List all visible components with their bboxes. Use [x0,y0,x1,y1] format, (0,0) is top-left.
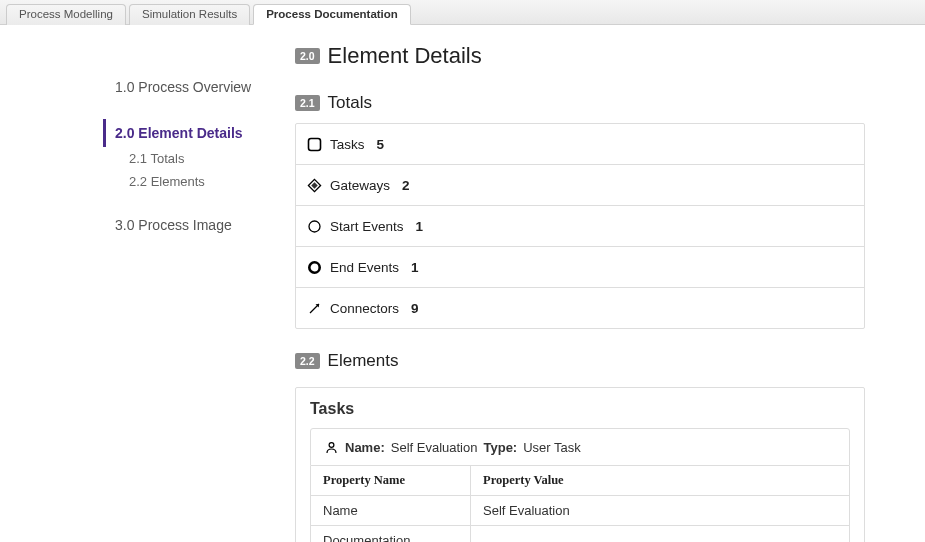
total-value: 5 [377,137,385,152]
total-value: 1 [416,219,424,234]
svg-rect-0 [308,138,320,150]
svg-point-7 [329,442,334,447]
total-row-end-events: End Events 1 [296,247,864,288]
task-header: Name: Self Evaluation Type: User Task [310,428,850,466]
task-name-value: Self Evaluation [391,440,478,455]
total-label: Start Events [330,219,404,234]
page-title: Element Details [328,43,482,69]
tab-bar: Process Modelling Simulation Results Pro… [0,0,925,25]
svg-point-4 [309,262,319,272]
task-properties-table: Property Name Property Value Name Self E… [310,466,850,542]
total-label: End Events [330,260,399,275]
toc-item-process-overview[interactable]: 1.0 Process Overview [105,73,295,101]
svg-rect-2 [311,182,318,189]
user-task-icon [323,439,339,455]
totals-box: Tasks 5 Gateways 2 Start Events 1 [295,123,865,329]
tasks-heading: Tasks [310,400,850,418]
section-totals-head: 2.1 Totals [295,93,865,113]
total-label: Tasks [330,137,365,152]
start-event-icon [306,218,322,234]
task-icon [306,136,322,152]
tab-process-modelling[interactable]: Process Modelling [6,4,126,25]
tab-simulation-results[interactable]: Simulation Results [129,4,250,25]
content: 1.0 Process Overview 2.0 Element Details… [0,25,925,542]
section-title: Elements [328,351,399,371]
total-value: 1 [411,260,419,275]
total-row-tasks: Tasks 5 [296,124,864,165]
tasks-box: Tasks Name: Self Evaluation Type: User T… [295,387,865,542]
task-type-label: Type: [483,440,517,455]
tab-process-documentation[interactable]: Process Documentation [253,4,411,25]
total-label: Gateways [330,178,390,193]
toc-item-process-image[interactable]: 3.0 Process Image [105,211,295,239]
connector-icon [306,300,322,316]
gateway-icon [306,177,322,193]
section-badge: 2.2 [295,353,320,369]
section-badge: 2.1 [295,95,320,111]
task-type-value: User Task [523,440,581,455]
end-event-icon [306,259,322,275]
total-value: 2 [402,178,410,193]
svg-point-3 [309,221,320,232]
section-elements-head: 2.2 Elements [295,351,865,371]
toc-sidebar: 1.0 Process Overview 2.0 Element Details… [0,43,295,542]
col-property-value: Property Value [471,466,850,496]
total-row-start-events: Start Events 1 [296,206,864,247]
main-panel: 2.0 Element Details 2.1 Totals Tasks 5 G… [295,43,925,542]
prop-name: Name [311,496,471,526]
prop-value [471,526,850,543]
total-value: 9 [411,301,419,316]
col-property-name: Property Name [311,466,471,496]
toc-sub-elements[interactable]: 2.2 Elements [105,170,295,193]
task-name-label: Name: [345,440,385,455]
table-row: Name Self Evaluation [311,496,850,526]
section-element-details-head: 2.0 Element Details [295,43,865,69]
total-label: Connectors [330,301,399,316]
prop-name: Documentation [311,526,471,543]
table-row: Documentation [311,526,850,543]
section-badge: 2.0 [295,48,320,64]
toc-sub-totals[interactable]: 2.1 Totals [105,147,295,170]
prop-value: Self Evaluation [471,496,850,526]
total-row-connectors: Connectors 9 [296,288,864,328]
total-row-gateways: Gateways 2 [296,165,864,206]
toc-item-element-details[interactable]: 2.0 Element Details [103,119,295,147]
section-title: Totals [328,93,372,113]
